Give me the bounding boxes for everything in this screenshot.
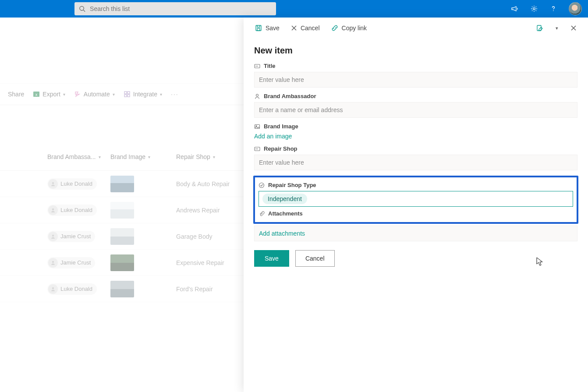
search-icon xyxy=(79,5,85,12)
field-attachments-label: Attachments xyxy=(259,210,573,217)
header-actions xyxy=(511,2,582,15)
add-attachments-button[interactable]: Add attachments xyxy=(259,230,305,237)
cancel-button[interactable]: Cancel xyxy=(288,23,322,33)
save-label: Save xyxy=(266,25,280,32)
save-icon xyxy=(255,25,262,32)
text-field-icon xyxy=(254,146,260,152)
field-label-text: Repair Shop xyxy=(264,145,298,152)
field-repair-shop-type: Repair Shop Type Independent xyxy=(259,182,573,207)
field-brand-ambassador: Brand Ambassador xyxy=(254,93,577,118)
repair-shop-type-picker[interactable]: Independent xyxy=(259,191,573,207)
link-icon xyxy=(331,25,338,32)
copy-link-button[interactable]: Copy link xyxy=(329,23,370,33)
close-panel-button[interactable] xyxy=(568,23,579,33)
svg-point-26 xyxy=(256,125,257,126)
cancel-label: Cancel xyxy=(301,25,320,32)
field-title: Title xyxy=(254,63,577,88)
svg-rect-16 xyxy=(257,28,260,31)
field-label-text: Attachments xyxy=(268,210,303,217)
choice-chip[interactable]: Independent xyxy=(262,194,307,204)
repair-shop-input[interactable] xyxy=(254,155,577,170)
copy-link-label: Copy link xyxy=(342,25,367,32)
field-label-text: Title xyxy=(264,63,276,69)
field-label-text: Repair Shop Type xyxy=(268,182,316,188)
svg-line-1 xyxy=(83,10,85,12)
panel-command-bar: Save Cancel Copy link ▾ xyxy=(244,18,588,39)
add-image-button[interactable]: Add an image xyxy=(254,133,292,140)
form-icon xyxy=(536,25,543,32)
svg-rect-25 xyxy=(255,124,260,128)
megaphone-icon[interactable] xyxy=(511,5,519,13)
svg-point-29 xyxy=(259,183,264,187)
form-actions: Save Cancel xyxy=(254,250,577,267)
choice-icon xyxy=(259,182,265,188)
field-label-text: Brand Ambassador xyxy=(264,93,316,99)
suite-header xyxy=(0,0,588,18)
close-icon xyxy=(291,25,297,31)
chevron-down-icon[interactable]: ▾ xyxy=(553,24,561,33)
field-repair-shop: Repair Shop xyxy=(254,145,577,170)
search-input[interactable] xyxy=(90,5,272,12)
edit-form-button[interactable] xyxy=(534,23,546,33)
close-icon xyxy=(570,25,577,31)
svg-point-2 xyxy=(533,8,535,10)
ambassador-input[interactable] xyxy=(254,102,577,118)
save-button[interactable]: Save xyxy=(252,23,282,33)
svg-point-3 xyxy=(553,11,554,11)
panel-title: New item xyxy=(254,46,577,56)
svg-rect-15 xyxy=(256,25,261,31)
svg-point-24 xyxy=(256,94,259,96)
image-icon xyxy=(254,124,260,130)
avatar[interactable] xyxy=(569,2,582,15)
new-item-panel: Save Cancel Copy link ▾ New item Title xyxy=(244,18,588,392)
text-field-icon xyxy=(254,63,260,69)
highlighted-region: Repair Shop Type Independent Attachments xyxy=(253,176,578,224)
help-icon[interactable] xyxy=(549,5,557,13)
save-button[interactable]: Save xyxy=(254,250,289,267)
panel-body: New item Title Brand Ambassador Brand Im… xyxy=(244,39,588,277)
attachment-icon xyxy=(259,211,265,217)
gear-icon[interactable] xyxy=(530,5,538,13)
search-box[interactable] xyxy=(74,2,276,15)
field-label-text: Brand Image xyxy=(264,123,298,130)
cancel-button[interactable]: Cancel xyxy=(295,250,335,267)
svg-point-0 xyxy=(80,6,84,10)
person-icon xyxy=(254,93,260,99)
field-brand-image: Brand Image Add an image xyxy=(254,123,577,140)
title-input[interactable] xyxy=(254,72,577,88)
field-attachments: Add attachments xyxy=(254,226,577,241)
